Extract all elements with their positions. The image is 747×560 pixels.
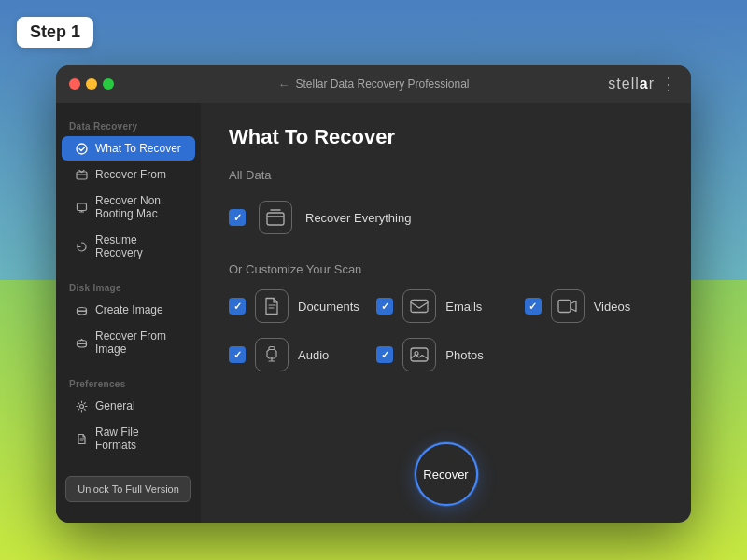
window-body: Data Recovery What To Recover (56, 103, 691, 523)
sidebar-item-raw-label: Raw File Formats (95, 426, 182, 452)
documents-item: Documents (229, 289, 367, 323)
all-data-label: All Data (229, 168, 663, 182)
sidebar-item-non-booting-label: Recover Non Booting Mac (95, 194, 182, 220)
recover-everything-label: Recover Everything (305, 211, 411, 225)
unlock-button[interactable]: Unlock To Full Version (65, 476, 191, 502)
documents-checkbox[interactable] (229, 298, 246, 315)
photos-item: Photos (376, 338, 514, 371)
logo-text: stellar (608, 76, 655, 92)
emails-label: Emails (445, 300, 482, 314)
sidebar-item-what-to-recover-label: What To Recover (95, 142, 181, 155)
sidebar-item-general[interactable]: General (62, 394, 195, 418)
sidebar-item-general-label: General (95, 399, 135, 413)
audio-label: Audio (298, 348, 329, 362)
maximize-button[interactable] (103, 78, 114, 90)
sidebar: Data Recovery What To Recover (56, 103, 201, 523)
sidebar-item-recover-from-label: Recover From (95, 168, 166, 181)
sidebar-item-resume-recovery[interactable]: Resume Recovery (62, 228, 195, 265)
main-content: What To Recover All Data Recover Everyth… (201, 103, 691, 523)
customize-grid: Documents Emails (229, 289, 663, 371)
sidebar-item-recover-from-image[interactable]: Recover From Image (62, 324, 195, 361)
sidebar-item-raw-file-formats[interactable]: Raw File Formats (62, 420, 195, 457)
recover-everything-checkbox[interactable] (229, 209, 246, 226)
videos-item: Videos (525, 289, 663, 323)
photos-icon (402, 338, 436, 371)
page-title: What To Recover (229, 125, 663, 149)
sidebar-bottom: Unlock To Full Version (56, 467, 201, 511)
audio-checkbox[interactable] (229, 346, 246, 363)
sidebar-item-what-to-recover[interactable]: What To Recover (62, 136, 195, 161)
audio-icon (255, 338, 289, 371)
menu-icon[interactable]: ⋮ (660, 74, 678, 94)
customize-section: Or Customize Your Scan Documents (229, 262, 663, 371)
documents-label: Documents (298, 300, 359, 314)
recover-everything-icon (259, 201, 292, 234)
videos-label: Videos (594, 300, 631, 314)
sidebar-item-non-booting[interactable]: Recover Non Booting Mac (62, 189, 195, 226)
resume-recovery-icon (75, 240, 88, 253)
traffic-lights (69, 78, 114, 90)
emails-checkbox[interactable] (376, 298, 393, 315)
videos-icon (551, 289, 585, 323)
stellar-logo: stellar ⋮ (608, 74, 678, 94)
audio-item: Audio (229, 338, 367, 371)
sidebar-item-recover-from-image-label: Recover From Image (95, 329, 182, 356)
non-booting-icon (75, 201, 88, 214)
sidebar-section-disk-image: Disk Image (56, 275, 201, 297)
title-bar: ← Stellar Data Recovery Professional ste… (56, 65, 691, 103)
minimize-button[interactable] (86, 78, 97, 90)
documents-icon (255, 289, 289, 323)
back-arrow-icon[interactable]: ← (277, 77, 289, 91)
svg-point-0 (77, 144, 87, 154)
sidebar-section-data-recovery: Data Recovery (56, 114, 201, 135)
recover-from-icon (75, 168, 88, 181)
raw-file-icon (75, 432, 88, 445)
recover-everything-row: Recover Everything (229, 195, 663, 240)
create-image-icon (75, 303, 88, 316)
svg-point-7 (79, 404, 83, 408)
svg-rect-10 (558, 301, 571, 313)
main-window: ← Stellar Data Recovery Professional ste… (56, 65, 691, 523)
close-button[interactable] (69, 78, 80, 90)
recover-from-image-icon (75, 336, 88, 349)
recover-button-container: Recover (415, 442, 478, 506)
recover-button[interactable]: Recover (415, 442, 478, 506)
svg-rect-2 (77, 203, 86, 211)
svg-rect-9 (411, 301, 428, 313)
sidebar-section-preferences: Preferences (56, 371, 201, 393)
sidebar-item-resume-label: Resume Recovery (95, 233, 182, 259)
photos-checkbox[interactable] (376, 346, 393, 363)
customize-label: Or Customize Your Scan (229, 262, 663, 276)
app-title: Stellar Data Recovery Professional (295, 77, 469, 91)
emails-icon (402, 289, 436, 323)
videos-checkbox[interactable] (525, 298, 542, 315)
title-bar-title: ← Stellar Data Recovery Professional (277, 77, 469, 91)
sidebar-item-create-image[interactable]: Create Image (62, 298, 195, 322)
svg-rect-11 (411, 348, 428, 361)
sidebar-item-recover-from[interactable]: Recover From (62, 162, 195, 187)
sidebar-item-create-image-label: Create Image (95, 303, 163, 316)
svg-rect-8 (267, 213, 284, 225)
what-to-recover-icon (75, 142, 88, 155)
photos-label: Photos (445, 348, 483, 362)
emails-item: Emails (376, 289, 514, 323)
step-badge: Step 1 (17, 17, 93, 48)
general-icon (75, 399, 88, 413)
